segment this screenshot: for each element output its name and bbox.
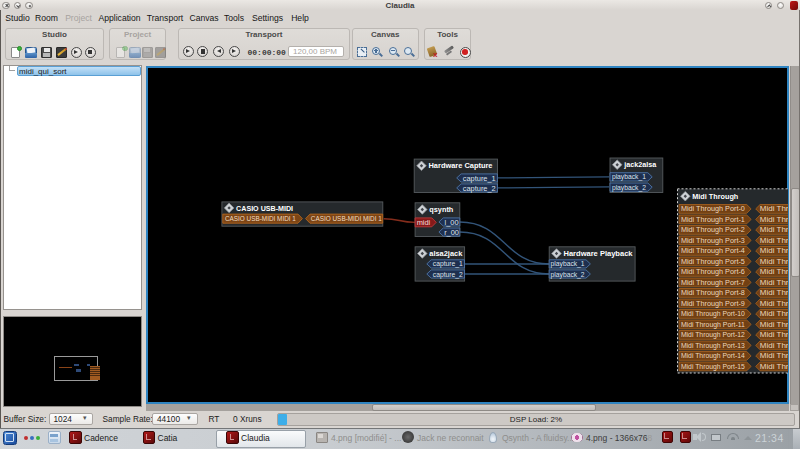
svg-text:Midi Through Port-4: Midi Through Port-4 [680,246,744,255]
svg-text:capture_1: capture_1 [432,259,462,268]
svg-text:Midi Throug: Midi Throug [759,235,787,244]
svg-text:playback_2: playback_2 [550,269,584,278]
svg-text:Midi Throug: Midi Throug [759,225,787,234]
svg-text:Midi Throug: Midi Throug [759,298,787,307]
svg-text:CASIO USB-MIDI: CASIO USB-MIDI [236,203,293,212]
svg-text:alsa2jack: alsa2jack [429,249,463,258]
svg-text:Midi Through Port-6: Midi Through Port-6 [680,267,744,276]
svg-text:Midi Through Port-15: Midi Through Port-15 [680,361,744,370]
svg-text:Midi Throug: Midi Throug [759,340,787,349]
svg-text:Midi Throug: Midi Throug [759,288,787,297]
svg-text:Midi Through Port-3: Midi Through Port-3 [680,235,744,244]
svg-text:Midi Throug: Midi Throug [759,204,787,213]
svg-text:Hardware Capture: Hardware Capture [428,161,493,170]
svg-text:Midi Throug: Midi Throug [759,214,787,223]
svg-text:CASIO USB-MIDI MIDI 1: CASIO USB-MIDI MIDI 1 [224,214,295,223]
svg-text:Midi Through: Midi Through [692,191,738,200]
svg-text:Midi Throug: Midi Throug [759,277,787,286]
svg-text:jack2alsa: jack2alsa [623,160,656,169]
svg-text:Midi Through Port-13: Midi Through Port-13 [680,340,744,349]
svg-text:Midi Through Port-8: Midi Through Port-8 [680,288,744,297]
svg-text:Midi Throug: Midi Throug [759,351,787,360]
svg-text:Midi Throug: Midi Throug [759,330,787,339]
svg-text:Midi Throug: Midi Throug [759,309,787,318]
svg-text:Midi Through Port-1: Midi Through Port-1 [680,214,744,223]
svg-text:r_00: r_00 [444,227,459,236]
svg-text:Midi Through Port-14: Midi Through Port-14 [680,351,744,360]
svg-text:Midi Through Port-7: Midi Through Port-7 [680,277,744,286]
svg-text:qsynth: qsynth [429,205,453,214]
svg-text:Midi Through Port-10: Midi Through Port-10 [680,309,744,318]
svg-text:playback_2: playback_2 [611,182,645,191]
svg-text:CASIO USB-MIDI MIDI 1: CASIO USB-MIDI MIDI 1 [310,214,381,223]
svg-text:Midi Through Port-9: Midi Through Port-9 [680,298,744,307]
svg-text:midi: midi [416,217,430,226]
svg-text:Midi Through Port-2: Midi Through Port-2 [680,225,744,234]
svg-text:Midi Throug: Midi Throug [759,319,787,328]
svg-text:playback_1: playback_1 [550,259,584,268]
svg-text:l_00: l_00 [444,217,458,226]
svg-text:Midi Throug: Midi Throug [759,256,787,265]
svg-text:Midi Through Port-12: Midi Through Port-12 [680,330,744,339]
svg-text:Hardware Playback: Hardware Playback [563,249,633,258]
svg-text:Midi Throug: Midi Throug [759,246,787,255]
svg-text:capture_2: capture_2 [432,269,462,278]
svg-text:Midi Throug: Midi Throug [759,361,787,370]
svg-text:Midi Through Port-5: Midi Through Port-5 [680,256,744,265]
svg-text:capture_2: capture_2 [462,183,495,192]
svg-text:Midi Through Port-11: Midi Through Port-11 [680,319,744,328]
svg-text:playback_1: playback_1 [611,172,645,181]
svg-text:Midi Throug: Midi Throug [759,267,787,276]
svg-text:capture_1: capture_1 [462,173,495,182]
svg-text:Midi Through Port-0: Midi Through Port-0 [680,204,744,213]
